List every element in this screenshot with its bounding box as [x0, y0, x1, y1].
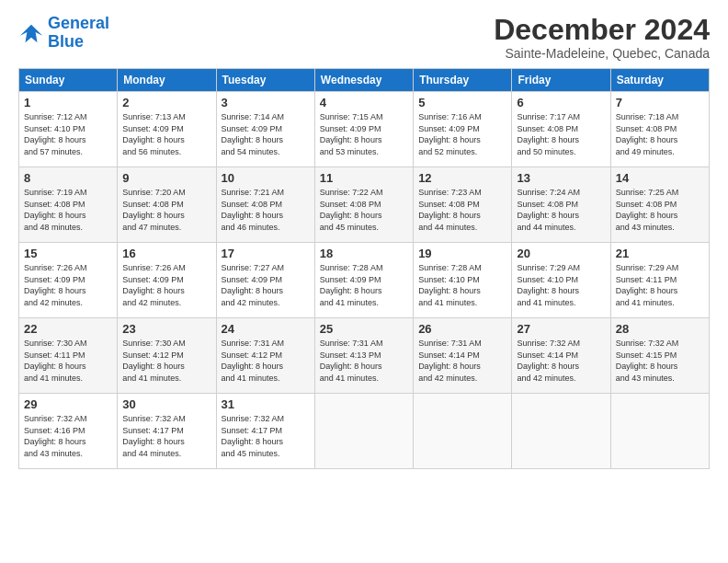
- cell-info: Sunrise: 7:32 AM Sunset: 4:17 PM Dayligh…: [222, 413, 310, 459]
- page: General Blue December 2024 Sainte-Madele…: [0, 0, 728, 478]
- day-number: 8: [24, 171, 112, 185]
- day-number: 2: [122, 96, 210, 109]
- cell-info: Sunrise: 7:29 AM Sunset: 4:10 PM Dayligh…: [517, 262, 605, 308]
- cell-info: Sunrise: 7:31 AM Sunset: 4:14 PM Dayligh…: [418, 338, 506, 384]
- day-number: 27: [517, 322, 605, 336]
- cell-info: Sunrise: 7:28 AM Sunset: 4:10 PM Dayligh…: [418, 262, 506, 308]
- calendar-cell: 17Sunrise: 7:27 AM Sunset: 4:09 PM Dayli…: [216, 243, 314, 318]
- cell-info: Sunrise: 7:32 AM Sunset: 4:16 PM Dayligh…: [24, 413, 112, 459]
- cell-info: Sunrise: 7:32 AM Sunset: 4:14 PM Dayligh…: [517, 338, 605, 384]
- logo: General Blue: [18, 15, 109, 52]
- day-number: 30: [122, 397, 210, 411]
- calendar-cell: 25Sunrise: 7:31 AM Sunset: 4:13 PM Dayli…: [314, 318, 413, 394]
- day-number: 3: [222, 96, 310, 109]
- col-saturday: Saturday: [610, 69, 709, 92]
- calendar-cell: 31Sunrise: 7:32 AM Sunset: 4:17 PM Dayli…: [216, 394, 314, 469]
- calendar-cell: 13Sunrise: 7:24 AM Sunset: 4:08 PM Dayli…: [512, 167, 610, 243]
- calendar-cell: 22Sunrise: 7:30 AM Sunset: 4:11 PM Dayli…: [19, 318, 118, 394]
- cell-info: Sunrise: 7:21 AM Sunset: 4:08 PM Dayligh…: [222, 187, 310, 233]
- cell-info: Sunrise: 7:30 AM Sunset: 4:12 PM Dayligh…: [122, 338, 210, 384]
- title-block: December 2024 Sainte-Madeleine, Quebec, …: [494, 15, 710, 61]
- svg-marker-0: [20, 24, 42, 42]
- cell-info: Sunrise: 7:23 AM Sunset: 4:08 PM Dayligh…: [418, 187, 506, 233]
- day-number: 13: [517, 171, 605, 185]
- month-title: December 2024: [494, 15, 710, 44]
- calendar-cell: 20Sunrise: 7:29 AM Sunset: 4:10 PM Dayli…: [512, 243, 610, 318]
- calendar-cell: 9Sunrise: 7:20 AM Sunset: 4:08 PM Daylig…: [118, 167, 216, 243]
- calendar-cell: 11Sunrise: 7:22 AM Sunset: 4:08 PM Dayli…: [314, 167, 413, 243]
- calendar-cell: 24Sunrise: 7:31 AM Sunset: 4:12 PM Dayli…: [216, 318, 314, 394]
- day-number: 1: [24, 96, 112, 109]
- day-number: 23: [122, 322, 210, 336]
- calendar-row: 1Sunrise: 7:12 AM Sunset: 4:10 PM Daylig…: [19, 92, 710, 167]
- cell-info: Sunrise: 7:32 AM Sunset: 4:15 PM Dayligh…: [616, 338, 704, 384]
- cell-info: Sunrise: 7:24 AM Sunset: 4:08 PM Dayligh…: [517, 187, 605, 233]
- calendar-row: 22Sunrise: 7:30 AM Sunset: 4:11 PM Dayli…: [19, 318, 710, 394]
- calendar-cell: 8Sunrise: 7:19 AM Sunset: 4:08 PM Daylig…: [19, 167, 118, 243]
- cell-info: Sunrise: 7:15 AM Sunset: 4:09 PM Dayligh…: [320, 111, 408, 157]
- day-number: 20: [517, 247, 605, 260]
- day-number: 4: [320, 96, 408, 109]
- cell-info: Sunrise: 7:31 AM Sunset: 4:13 PM Dayligh…: [320, 338, 408, 384]
- cell-info: Sunrise: 7:28 AM Sunset: 4:09 PM Dayligh…: [320, 262, 408, 308]
- cell-info: Sunrise: 7:30 AM Sunset: 4:11 PM Dayligh…: [24, 338, 112, 384]
- day-number: 9: [122, 171, 210, 185]
- calendar-cell: 2Sunrise: 7:13 AM Sunset: 4:09 PM Daylig…: [118, 92, 216, 167]
- cell-info: Sunrise: 7:17 AM Sunset: 4:08 PM Dayligh…: [517, 111, 605, 157]
- calendar-cell: 21Sunrise: 7:29 AM Sunset: 4:11 PM Dayli…: [610, 243, 709, 318]
- day-number: 11: [320, 171, 408, 185]
- day-number: 7: [616, 96, 704, 109]
- calendar-cell: 16Sunrise: 7:26 AM Sunset: 4:09 PM Dayli…: [118, 243, 216, 318]
- calendar-cell: 19Sunrise: 7:28 AM Sunset: 4:10 PM Dayli…: [414, 243, 512, 318]
- day-number: 10: [222, 171, 310, 185]
- calendar-cell: 5Sunrise: 7:16 AM Sunset: 4:09 PM Daylig…: [414, 92, 512, 167]
- calendar-cell: [610, 394, 709, 469]
- calendar-cell: [314, 394, 413, 469]
- calendar-cell: [512, 394, 610, 469]
- calendar-cell: 6Sunrise: 7:17 AM Sunset: 4:08 PM Daylig…: [512, 92, 610, 167]
- col-thursday: Thursday: [414, 69, 512, 92]
- cell-info: Sunrise: 7:16 AM Sunset: 4:09 PM Dayligh…: [418, 111, 506, 157]
- calendar-cell: 18Sunrise: 7:28 AM Sunset: 4:09 PM Dayli…: [314, 243, 413, 318]
- day-number: 6: [517, 96, 605, 109]
- cell-info: Sunrise: 7:12 AM Sunset: 4:10 PM Dayligh…: [24, 111, 112, 157]
- logo-icon: [18, 20, 44, 46]
- calendar-cell: 12Sunrise: 7:23 AM Sunset: 4:08 PM Dayli…: [414, 167, 512, 243]
- day-number: 14: [616, 171, 704, 185]
- calendar-cell: 3Sunrise: 7:14 AM Sunset: 4:09 PM Daylig…: [216, 92, 314, 167]
- location-subtitle: Sainte-Madeleine, Quebec, Canada: [494, 46, 710, 61]
- day-number: 24: [222, 322, 310, 336]
- col-sunday: Sunday: [19, 69, 118, 92]
- day-number: 25: [320, 322, 408, 336]
- calendar-table: Sunday Monday Tuesday Wednesday Thursday…: [18, 68, 710, 469]
- calendar-cell: 14Sunrise: 7:25 AM Sunset: 4:08 PM Dayli…: [610, 167, 709, 243]
- day-number: 18: [320, 247, 408, 260]
- logo-text: General Blue: [48, 15, 109, 52]
- col-friday: Friday: [512, 69, 610, 92]
- cell-info: Sunrise: 7:19 AM Sunset: 4:08 PM Dayligh…: [24, 187, 112, 233]
- calendar-cell: 27Sunrise: 7:32 AM Sunset: 4:14 PM Dayli…: [512, 318, 610, 394]
- calendar-row: 8Sunrise: 7:19 AM Sunset: 4:08 PM Daylig…: [19, 167, 710, 243]
- cell-info: Sunrise: 7:32 AM Sunset: 4:17 PM Dayligh…: [122, 413, 210, 459]
- day-number: 31: [222, 397, 310, 411]
- day-number: 15: [24, 247, 112, 260]
- cell-info: Sunrise: 7:18 AM Sunset: 4:08 PM Dayligh…: [616, 111, 704, 157]
- calendar-cell: 15Sunrise: 7:26 AM Sunset: 4:09 PM Dayli…: [19, 243, 118, 318]
- col-wednesday: Wednesday: [314, 69, 413, 92]
- day-number: 17: [222, 247, 310, 260]
- day-number: 16: [122, 247, 210, 260]
- calendar-row: 15Sunrise: 7:26 AM Sunset: 4:09 PM Dayli…: [19, 243, 710, 318]
- header-row: Sunday Monday Tuesday Wednesday Thursday…: [19, 69, 710, 92]
- col-tuesday: Tuesday: [216, 69, 314, 92]
- header: General Blue December 2024 Sainte-Madele…: [18, 15, 710, 61]
- cell-info: Sunrise: 7:29 AM Sunset: 4:11 PM Dayligh…: [616, 262, 704, 308]
- calendar-cell: 26Sunrise: 7:31 AM Sunset: 4:14 PM Dayli…: [414, 318, 512, 394]
- calendar-cell: 7Sunrise: 7:18 AM Sunset: 4:08 PM Daylig…: [610, 92, 709, 167]
- day-number: 12: [418, 171, 506, 185]
- calendar-row: 29Sunrise: 7:32 AM Sunset: 4:16 PM Dayli…: [19, 394, 710, 469]
- cell-info: Sunrise: 7:20 AM Sunset: 4:08 PM Dayligh…: [122, 187, 210, 233]
- day-number: 19: [418, 247, 506, 260]
- cell-info: Sunrise: 7:25 AM Sunset: 4:08 PM Dayligh…: [616, 187, 704, 233]
- calendar-cell: 10Sunrise: 7:21 AM Sunset: 4:08 PM Dayli…: [216, 167, 314, 243]
- calendar-cell: 29Sunrise: 7:32 AM Sunset: 4:16 PM Dayli…: [19, 394, 118, 469]
